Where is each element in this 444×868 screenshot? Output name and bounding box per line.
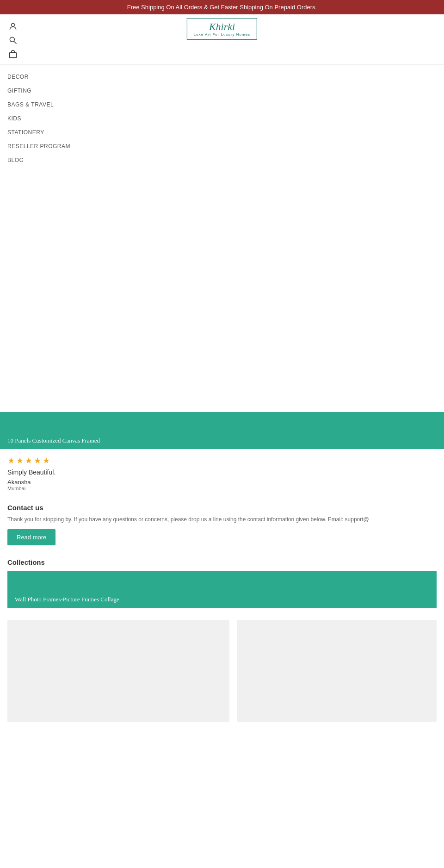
main-nav: DECOR GIFTING BAGS & TRAVEL KIDS STATION…	[0, 65, 444, 171]
svg-point-0	[12, 23, 15, 26]
nav-item-bags[interactable]: BAGS & TRAVEL	[7, 97, 437, 111]
product-image-2[interactable]	[237, 620, 437, 722]
reviewer-name: Akansha	[7, 479, 437, 486]
review-text: Simply Beautiful.	[7, 468, 437, 476]
read-more-button[interactable]: Read more	[7, 529, 56, 545]
nav-item-stationery[interactable]: STATIONERY	[7, 125, 437, 139]
hero-area	[0, 171, 444, 412]
nav-link-decor[interactable]: DECOR	[7, 74, 29, 80]
star-5: ★	[43, 456, 50, 466]
contact-text: Thank you for stopping by. If you have a…	[7, 515, 437, 524]
nav-item-kids[interactable]: KIDS	[7, 111, 437, 125]
star-3: ★	[25, 456, 32, 466]
featured-product-banner[interactable]: 10 Panels Customized Canvas Framed	[0, 412, 444, 449]
nav-link-gifting[interactable]: GIFTING	[7, 87, 31, 94]
banner-text: Free Shipping On All Orders & Get Faster…	[127, 4, 317, 11]
collections-heading: Collections	[7, 558, 437, 566]
product-grid	[0, 620, 444, 731]
nav-link-blog[interactable]: BLOG	[7, 157, 24, 163]
contact-section: Contact us Thank you for stopping by. If…	[0, 496, 444, 550]
nav-item-reseller[interactable]: RESELLER PROGRAM	[7, 139, 437, 153]
featured-product-label: 10 Panels Customized Canvas Framed	[7, 437, 100, 444]
logo-sub: Luxe Art For Luxury Homes	[194, 32, 250, 37]
logo-main: Khirki	[194, 21, 250, 32]
reviewer-city: Mumbai	[7, 486, 437, 491]
svg-line-2	[14, 42, 17, 44]
nav-link-bags[interactable]: BAGS & TRAVEL	[7, 101, 54, 108]
collections-section: Collections Wall Photo Frames-Picture Fr…	[0, 550, 444, 620]
logo[interactable]: Khirki Luxe Art For Luxury Homes	[187, 18, 257, 40]
header-icons	[7, 21, 18, 60]
top-banner: Free Shipping On All Orders & Get Faster…	[0, 0, 444, 14]
nav-item-decor[interactable]: DECOR	[7, 69, 437, 83]
nav-item-blog[interactable]: BLOG	[7, 153, 437, 167]
header: Khirki Luxe Art For Luxury Homes	[0, 14, 444, 65]
star-1: ★	[7, 456, 15, 466]
bag-icon[interactable]	[7, 49, 18, 60]
nav-link-stationery[interactable]: STATIONERY	[7, 129, 44, 136]
nav-item-gifting[interactable]: GIFTING	[7, 83, 437, 97]
svg-rect-3	[10, 53, 17, 58]
review-section: ★ ★ ★ ★ ★ Simply Beautiful. Akansha Mumb…	[0, 449, 444, 496]
collection-banner[interactable]: Wall Photo Frames-Picture Frames Collage	[7, 571, 437, 608]
search-icon[interactable]	[7, 35, 18, 46]
nav-link-reseller[interactable]: RESELLER PROGRAM	[7, 143, 70, 150]
star-4: ★	[34, 456, 41, 466]
collection-banner-label: Wall Photo Frames-Picture Frames Collage	[15, 596, 119, 603]
star-rating: ★ ★ ★ ★ ★	[7, 456, 437, 466]
star-2: ★	[16, 456, 24, 466]
contact-heading: Contact us	[7, 504, 437, 512]
product-image-1[interactable]	[7, 620, 229, 722]
nav-link-kids[interactable]: KIDS	[7, 115, 21, 122]
user-icon[interactable]	[7, 21, 18, 32]
svg-point-1	[10, 37, 14, 42]
